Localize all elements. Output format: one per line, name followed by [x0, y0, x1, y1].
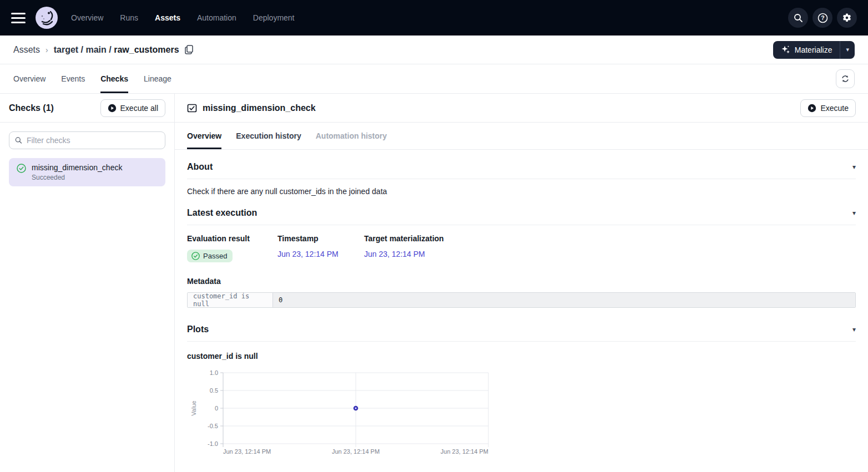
tab-execution-history[interactable]: Execution history	[236, 123, 301, 149]
filter-checks-input[interactable]	[27, 136, 159, 145]
plot-title: customer_id is null	[187, 342, 856, 368]
primary-nav: Overview Runs Assets Automation Deployme…	[71, 13, 295, 22]
chevron-down-icon[interactable]: ▾	[852, 209, 856, 217]
search-icon[interactable]	[788, 8, 808, 28]
asset-check-icon	[187, 103, 197, 113]
check-success-icon	[17, 164, 26, 173]
materialize-split-button: Materialize ▾	[773, 41, 855, 59]
metadata-value: 0	[273, 293, 855, 307]
nav-deployment[interactable]: Deployment	[253, 13, 295, 22]
metadata-heading: Metadata	[187, 262, 856, 292]
chevron-down-icon: ▾	[846, 46, 849, 53]
plots-heading: Plots	[187, 324, 209, 334]
asset-name: raw_customers	[114, 45, 179, 54]
settings-gear-icon[interactable]	[837, 8, 857, 28]
breadcrumb-assets-link[interactable]: Assets	[13, 45, 40, 55]
nav-overview[interactable]: Overview	[71, 13, 103, 22]
check-success-icon	[191, 252, 200, 260]
asset-tabs-row: Overview Events Checks Lineage	[0, 64, 868, 94]
nav-runs[interactable]: Runs	[120, 13, 138, 22]
column-timestamp: Timestamp	[277, 234, 364, 243]
check-detail-tabs: Overview Execution history Automation hi…	[175, 123, 868, 150]
breadcrumb-row: Assets › target / main / raw_customers M…	[0, 35, 868, 64]
svg-text:Jun 23, 12:14 PM: Jun 23, 12:14 PM	[441, 448, 488, 455]
play-circle-icon	[108, 104, 117, 113]
chevron-down-icon[interactable]: ▾	[852, 326, 856, 333]
check-detail-title: missing_dimension_check	[203, 103, 316, 113]
help-icon[interactable]: ?	[813, 8, 832, 28]
svg-text:Jun 23, 12:14 PM: Jun 23, 12:14 PM	[332, 448, 380, 455]
target-materialization-link[interactable]: Jun 23, 12:14 PM	[364, 250, 444, 258]
passed-status-badge: Passed	[187, 250, 233, 262]
tab-overview[interactable]: Overview	[13, 64, 46, 93]
check-list-item[interactable]: missing_dimension_check Succeeded	[9, 158, 165, 186]
asset-key-prefix[interactable]: target / main /	[54, 45, 114, 54]
play-circle-icon	[808, 104, 816, 113]
execute-all-button[interactable]: Execute all	[100, 99, 165, 117]
column-evaluation-result: Evaluation result	[187, 234, 277, 243]
search-icon	[15, 136, 22, 144]
nav-automation[interactable]: Automation	[197, 13, 236, 22]
column-target-materialization: Target materialization	[364, 234, 444, 243]
metadata-table: customer_id is null 0	[187, 292, 856, 308]
top-nav: Overview Runs Assets Automation Deployme…	[0, 0, 868, 35]
about-heading: About	[187, 162, 213, 172]
svg-text:-1.0: -1.0	[208, 440, 218, 447]
plots-section-header: Plots ▾	[187, 308, 856, 342]
filter-checks-field	[9, 131, 165, 149]
timestamp-link[interactable]: Jun 23, 12:14 PM	[277, 250, 364, 258]
nav-assets[interactable]: Assets	[155, 13, 180, 22]
check-status: Succeeded	[32, 174, 122, 181]
copy-icon[interactable]	[185, 45, 193, 54]
checks-sidebar: Checks (1) Execute all missing_dimension…	[0, 94, 175, 472]
svg-text:?: ?	[821, 14, 824, 21]
metadata-key: customer_id is null	[188, 293, 273, 307]
about-section-header: About ▾	[187, 150, 856, 179]
sparkle-icon	[781, 45, 790, 54]
materialize-dropdown-caret[interactable]: ▾	[840, 41, 855, 59]
dagster-logo-icon[interactable]	[36, 7, 58, 29]
tab-automation-history[interactable]: Automation history	[316, 123, 387, 149]
check-name: missing_dimension_check	[32, 163, 122, 172]
chevron-down-icon[interactable]: ▾	[852, 163, 856, 171]
execute-button[interactable]: Execute	[800, 99, 856, 117]
tab-check-overview[interactable]: Overview	[187, 123, 221, 149]
value-plot-chart: 1.00.50-0.5-1.0Jun 23, 12:14 PMJun 23, 1…	[187, 368, 531, 457]
tab-events[interactable]: Events	[61, 64, 85, 93]
latest-execution-heading: Latest execution	[187, 208, 257, 218]
svg-text:Jun 23, 12:14 PM: Jun 23, 12:14 PM	[223, 448, 271, 455]
check-detail-panel: missing_dimension_check Execute Overview…	[175, 94, 868, 472]
svg-text:0.5: 0.5	[210, 387, 218, 394]
refresh-icon	[841, 74, 850, 83]
svg-text:-0.5: -0.5	[208, 423, 218, 429]
svg-text:0: 0	[215, 405, 218, 412]
check-description: Check if there are any null customer_ids…	[187, 179, 856, 200]
svg-text:1.0: 1.0	[210, 369, 218, 376]
menu-icon[interactable]	[11, 10, 27, 26]
breadcrumb: target / main / raw_customers	[54, 45, 179, 55]
tab-lineage[interactable]: Lineage	[144, 64, 171, 93]
materialize-button[interactable]: Materialize	[773, 41, 840, 59]
checks-panel-title: Checks (1)	[9, 103, 54, 113]
tab-checks[interactable]: Checks	[100, 64, 128, 93]
breadcrumb-separator: ›	[46, 45, 48, 54]
refresh-button[interactable]	[836, 69, 855, 88]
latest-execution-table: Evaluation result Passed Timestamp Jun 2…	[187, 225, 856, 262]
latest-execution-section-header: Latest execution ▾	[187, 200, 856, 225]
svg-text:Value: Value	[190, 400, 197, 415]
